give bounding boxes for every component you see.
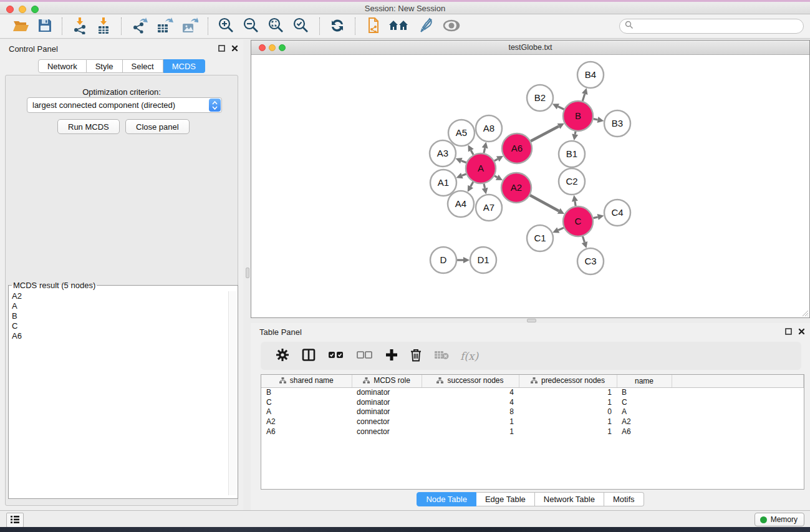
export-network-button[interactable] — [131, 16, 148, 37]
zoom-in-button[interactable] — [218, 16, 235, 37]
table-cell[interactable]: A6 — [617, 427, 672, 437]
graph-edge[interactable] — [462, 174, 466, 176]
search-input[interactable] — [634, 21, 803, 32]
table-cell[interactable]: 1 — [422, 427, 519, 437]
table-cell[interactable]: 1 — [519, 387, 617, 397]
table-cell[interactable]: A — [261, 407, 352, 417]
graph-edge[interactable] — [484, 183, 485, 188]
graph-edge[interactable] — [531, 126, 559, 141]
network-window-titlebar[interactable]: testGlobe.txt — [251, 41, 809, 55]
float-table-panel-button[interactable] — [784, 327, 792, 335]
table-cell[interactable]: dominator — [352, 407, 422, 417]
export-image-button[interactable] — [181, 16, 198, 37]
result-list-item[interactable]: C — [9, 321, 228, 331]
table-cell[interactable] — [672, 427, 804, 437]
table-cell[interactable] — [672, 397, 804, 407]
open-file-button[interactable] — [12, 16, 30, 37]
table-cell[interactable]: 4 — [422, 397, 519, 407]
graph-edge[interactable] — [484, 148, 485, 153]
graph-edge[interactable] — [582, 236, 584, 243]
table-row[interactable]: Cdominator41C — [261, 397, 804, 407]
graph-edge[interactable] — [575, 201, 576, 206]
graph-edge[interactable] — [530, 195, 559, 211]
tab-motifs[interactable]: Motifs — [604, 492, 644, 506]
graph-edge[interactable] — [494, 176, 497, 177]
delete-column-button[interactable] — [410, 349, 422, 364]
table-row[interactable]: Adominator80A — [261, 407, 804, 417]
show-columns-button[interactable] — [328, 351, 344, 360]
result-list-item[interactable]: A2 — [9, 291, 228, 301]
table-cell[interactable]: 1 — [519, 397, 617, 407]
resize-grip-icon[interactable] — [800, 308, 809, 317]
table-cell[interactable]: B — [617, 387, 672, 397]
graph-edge[interactable] — [471, 150, 473, 155]
table-cell[interactable]: A2 — [261, 417, 352, 427]
memory-button[interactable]: Memory — [755, 513, 804, 526]
column-header-mcds-role[interactable]: MCDS role — [352, 375, 422, 387]
table-cell[interactable]: C — [261, 397, 352, 407]
table-cell[interactable]: dominator — [352, 397, 422, 407]
column-header-shared-name[interactable]: shared name — [261, 375, 352, 387]
close-panel-button[interactable] — [231, 44, 238, 52]
fx-function-button[interactable]: f(x) — [460, 350, 478, 362]
hide-columns-button[interactable] — [357, 351, 373, 360]
mcds-result-list[interactable]: A2ABCA6 — [9, 291, 228, 495]
graph-edge[interactable] — [558, 107, 564, 110]
table-cell[interactable]: 4 — [422, 387, 519, 397]
zoom-out-button[interactable] — [243, 16, 260, 37]
vertical-splitter-handle[interactable] — [246, 268, 249, 278]
tab-network[interactable]: Network — [38, 59, 87, 73]
column-header-predecessor-nodes[interactable]: predecessor nodes — [519, 375, 617, 387]
table-cell[interactable]: 0 — [519, 407, 617, 417]
eye-button[interactable] — [442, 16, 461, 37]
graph-edge[interactable] — [575, 132, 576, 135]
add-column-button[interactable] — [385, 349, 398, 363]
result-scrollbar[interactable] — [228, 291, 237, 495]
table-row[interactable]: Bdominator41B — [261, 387, 804, 397]
tab-mcds[interactable]: MCDS — [163, 59, 205, 73]
result-list-item[interactable]: A6 — [9, 331, 228, 341]
tab-edge-table[interactable]: Edge Table — [476, 492, 535, 506]
result-list-item[interactable]: A — [9, 301, 228, 311]
column-header-name[interactable]: name — [617, 375, 672, 387]
table-cell[interactable]: A2 — [617, 417, 672, 427]
graph-edge[interactable] — [582, 94, 584, 101]
table-cell[interactable]: connector — [352, 427, 422, 437]
zoom-selected-button[interactable] — [292, 16, 310, 37]
table-cell[interactable] — [672, 387, 804, 397]
table-cell[interactable]: C — [617, 397, 672, 407]
table-cell[interactable]: 1 — [422, 417, 519, 427]
home-button[interactable] — [388, 16, 410, 37]
table-cell[interactable]: 1 — [519, 427, 617, 437]
toggle-style-button[interactable] — [417, 16, 435, 37]
graph-edge[interactable] — [593, 217, 597, 218]
split-view-button[interactable] — [302, 349, 316, 363]
criterion-select[interactable]: largest connected component (directed) — [27, 97, 222, 113]
graph-edge[interactable] — [471, 182, 473, 186]
table-cell[interactable]: A — [617, 407, 672, 417]
graph-edge[interactable] — [461, 161, 466, 163]
graph-edge[interactable] — [494, 159, 498, 161]
horizontal-splitter-handle[interactable] — [527, 319, 536, 322]
task-history-button[interactable] — [6, 513, 24, 528]
zoom-fit-button[interactable] — [268, 16, 285, 37]
result-list-item[interactable]: B — [9, 311, 228, 321]
table-cell[interactable]: dominator — [352, 387, 422, 397]
network-graph[interactable]: B4B2BB3A8A5A6A3B1AA1C2A2A4A7C4CC1DD1C3 — [251, 55, 809, 317]
graph-edge[interactable] — [558, 228, 564, 230]
tab-select[interactable]: Select — [123, 59, 163, 73]
clone-network-button[interactable] — [365, 16, 381, 37]
tab-style[interactable]: Style — [87, 59, 123, 73]
table-cell[interactable]: connector — [352, 417, 422, 427]
delete-table-button[interactable] — [434, 350, 449, 362]
graph-edge[interactable] — [594, 119, 598, 120]
run-mcds-button[interactable]: Run MCDS — [57, 119, 120, 134]
save-session-button[interactable] — [37, 16, 52, 37]
tab-network-table[interactable]: Network Table — [535, 492, 604, 506]
table-cell[interactable]: A6 — [261, 427, 352, 437]
table-cell[interactable] — [672, 407, 804, 417]
table-settings-button[interactable] — [276, 348, 289, 364]
close-panel-button-mcds[interactable]: Close panel — [125, 119, 190, 134]
import-table-button[interactable] — [95, 16, 112, 37]
table-cell[interactable]: B — [261, 387, 352, 397]
